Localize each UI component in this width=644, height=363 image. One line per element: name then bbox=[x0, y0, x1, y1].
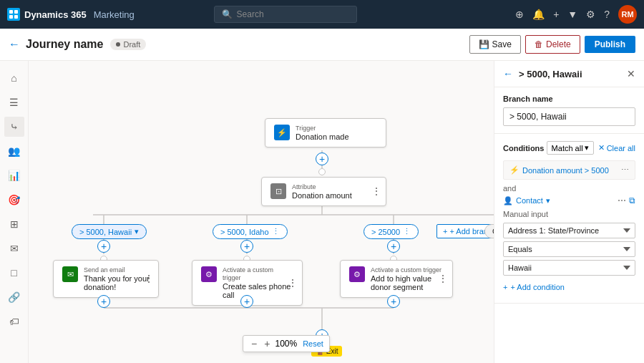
custom1-icon: ⚙ bbox=[201, 266, 217, 282]
branch-menu-25000[interactable]: ⋮ bbox=[403, 227, 411, 236]
sidebar-icon-tag[interactable]: 🏷 bbox=[4, 311, 24, 331]
add-after-custom1[interactable]: + bbox=[240, 295, 253, 308]
condition-link-1: ⚡ Donation amount > 5000 ⋯ bbox=[509, 165, 629, 175]
publish-button[interactable]: Publish bbox=[585, 36, 635, 53]
branch-pill-25000[interactable]: > 25000 ⋮ bbox=[364, 224, 419, 239]
app-name-label: Dynamics 365 bbox=[24, 9, 87, 20]
clear-all-button[interactable]: ✕ Clear all bbox=[598, 143, 635, 153]
sidebar-icon-people[interactable]: 👥 bbox=[4, 141, 24, 161]
svg-rect-2 bbox=[9, 15, 13, 19]
custom2-action-label: Activate a custom trigger bbox=[371, 266, 444, 274]
branch-pill-hawaii[interactable]: > 5000, Hawaii ▾ bbox=[72, 224, 147, 239]
top-navigation: Dynamics 365 Marketing 🔍 Search ⊕ 🔔 + ▼ … bbox=[0, 0, 644, 29]
add-step-b2[interactable]: + bbox=[240, 240, 253, 253]
settings-icon[interactable]: ⚙ bbox=[586, 9, 595, 20]
add-condition-button[interactable]: + + Add condition bbox=[503, 279, 565, 296]
app-logo: Dynamics 365 Marketing bbox=[7, 8, 135, 21]
sidebar-icon-journey[interactable]: ⤷ bbox=[4, 117, 24, 137]
clear-all-x: ✕ bbox=[598, 143, 605, 153]
avatar[interactable]: RM bbox=[618, 5, 637, 24]
search-placeholder: Search bbox=[237, 9, 264, 19]
header-actions: 💾 Save 🗑 Delete Publish bbox=[469, 35, 635, 54]
manual-input-label: Manual input bbox=[503, 210, 635, 218]
value-select[interactable]: Hawaii bbox=[503, 260, 635, 276]
sidebar-icon-box[interactable]: □ bbox=[4, 263, 24, 283]
zoom-reset-button[interactable]: Reset bbox=[303, 339, 323, 348]
custom2-icon: ⚙ bbox=[349, 266, 365, 282]
branch-pill-other[interactable]: Other bbox=[484, 224, 494, 238]
canvas-inner: ⚡ Trigger Donation made + ⊡ Attribute Do… bbox=[43, 75, 494, 363]
sidebar-icon-1[interactable]: ☰ bbox=[4, 92, 24, 112]
contact-copy-icon[interactable]: ⧉ bbox=[629, 195, 635, 205]
help-icon[interactable]: ? bbox=[604, 9, 610, 20]
add-step-b1[interactable]: + bbox=[97, 240, 110, 253]
bell-icon[interactable]: 🔔 bbox=[532, 9, 545, 20]
sidebar-icon-grid[interactable]: ⊞ bbox=[4, 214, 24, 234]
action-email-node[interactable]: ✉ Send an email Thank you for your donat… bbox=[53, 260, 159, 298]
action-custom2-node[interactable]: ⚙ Activate a custom trigger Add to high … bbox=[340, 260, 453, 298]
conditions-title: Conditions bbox=[503, 144, 547, 153]
back-button[interactable]: ← bbox=[9, 38, 20, 51]
sidebar-icon-chart[interactable]: 📊 bbox=[4, 165, 24, 185]
add-after-custom2[interactable]: + bbox=[387, 295, 400, 308]
delete-button[interactable]: 🗑 Delete bbox=[525, 35, 580, 54]
email-action-label: Send an email bbox=[84, 266, 150, 274]
panel-header: ← > 5000, Hawaii ✕ bbox=[494, 61, 644, 87]
branch-pill-idaho[interactable]: > 5000, Idaho ⋮ bbox=[213, 224, 288, 239]
and-text: and bbox=[503, 184, 635, 193]
contact-more-icon[interactable]: ⋯ bbox=[618, 195, 626, 205]
custom1-node-menu[interactable]: ⋮ bbox=[288, 277, 298, 289]
custom1-action-label: Activate a custom trigger bbox=[223, 266, 293, 282]
svg-rect-0 bbox=[9, 10, 13, 14]
field-select[interactable]: Address 1: State/Province bbox=[503, 223, 635, 238]
right-panel: ← > 5000, Hawaii ✕ Branch name Condition… bbox=[494, 61, 644, 363]
zoom-in-button[interactable]: + bbox=[262, 338, 272, 349]
attribute-node[interactable]: ⊡ Attribute Donation amount ⋮ bbox=[261, 177, 386, 206]
draft-label: Draft bbox=[123, 40, 140, 49]
conditions-header: Conditions Match all ▾ ✕ Clear all bbox=[503, 141, 635, 155]
delete-icon: 🗑 bbox=[535, 39, 543, 49]
branch-label-25000: > 25000 bbox=[371, 228, 400, 236]
sidebar-icon-link[interactable]: 🔗 bbox=[4, 287, 24, 307]
search-box[interactable]: 🔍 Search bbox=[214, 6, 357, 23]
trigger-name: Donation made bbox=[296, 132, 349, 141]
page-title: Journey name bbox=[26, 38, 103, 51]
attribute-menu-icon[interactable]: ⋮ bbox=[371, 185, 381, 197]
sidebar-icon-home[interactable]: ⌂ bbox=[4, 68, 24, 88]
branch-chevron-hawaii: ▾ bbox=[135, 227, 139, 236]
panel-close-button[interactable]: ✕ bbox=[627, 68, 635, 79]
add-step-b3[interactable]: + bbox=[387, 240, 400, 253]
plus-icon[interactable]: + bbox=[553, 9, 559, 20]
main-content: ⌂ ☰ ⤷ 👥 📊 🎯 ⊞ ✉ □ 🔗 🏷 bbox=[0, 61, 644, 363]
sidebar-icon-mail[interactable]: ✉ bbox=[4, 238, 24, 258]
add-after-email[interactable]: + bbox=[97, 295, 110, 308]
operator-select[interactable]: Equals bbox=[503, 241, 635, 257]
search-icon: 🔍 bbox=[222, 9, 233, 19]
contact-actions: ⋯ ⧉ bbox=[618, 195, 635, 205]
svg-rect-3 bbox=[14, 15, 18, 19]
custom1-action-name: Create sales phone call bbox=[223, 282, 293, 299]
trigger-node[interactable]: ⚡ Trigger Donation made bbox=[265, 118, 386, 147]
condition-more-icon[interactable]: ⋯ bbox=[621, 165, 629, 175]
branch-name-input[interactable] bbox=[503, 107, 635, 126]
globe-icon[interactable]: ⊕ bbox=[515, 9, 524, 20]
branch-label-other: Other bbox=[492, 227, 494, 236]
branch-menu-idaho[interactable]: ⋮ bbox=[272, 227, 280, 236]
email-node-menu[interactable]: ⋮ bbox=[144, 273, 154, 284]
contact-icon: 👤 bbox=[503, 196, 513, 205]
condition-link-text[interactable]: Donation amount > 5000 bbox=[522, 166, 621, 175]
panel-back-button[interactable]: ← bbox=[503, 68, 513, 79]
attribute-icon: ⊡ bbox=[270, 183, 286, 199]
match-all-button[interactable]: Match all ▾ bbox=[547, 141, 594, 155]
condition-row-1: ⚡ Donation amount > 5000 ⋯ bbox=[503, 160, 635, 180]
draft-dot bbox=[116, 42, 120, 47]
add-between-trigger-attr[interactable]: + bbox=[316, 153, 328, 165]
custom2-node-menu[interactable]: ⋮ bbox=[438, 273, 448, 284]
save-button[interactable]: 💾 Save bbox=[469, 35, 521, 54]
zoom-out-button[interactable]: − bbox=[249, 338, 259, 349]
left-sidebar: ⌂ ☰ ⤷ 👥 📊 🎯 ⊞ ✉ □ 🔗 🏷 bbox=[0, 61, 29, 363]
sidebar-icon-target[interactable]: 🎯 bbox=[4, 190, 24, 210]
journey-canvas: ⚡ Trigger Donation made + ⊡ Attribute Do… bbox=[29, 61, 494, 363]
filter-icon[interactable]: ▼ bbox=[567, 9, 577, 20]
add-condition-plus-icon: + bbox=[503, 283, 507, 291]
